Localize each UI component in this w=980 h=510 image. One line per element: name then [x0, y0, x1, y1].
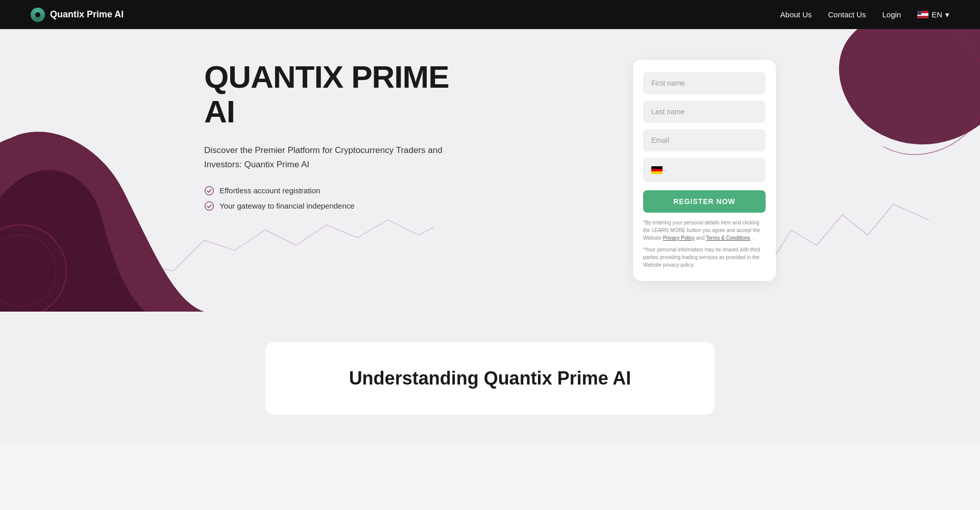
privacy-policy-link[interactable]: Privacy Policy	[663, 235, 695, 241]
registration-form: · REGISTER NOW *By entering your persona…	[633, 60, 776, 281]
navbar-links: About Us Contact Us Login EN ▾	[780, 10, 949, 19]
feature-item-1: Effortless account registration	[204, 186, 470, 196]
understanding-title: Understanding Quantix Prime AI	[296, 368, 684, 389]
hero-section: QUANTIX PRIME AI Discover the Premier Pl…	[0, 29, 980, 312]
understanding-section: Understanding Quantix Prime AI	[0, 312, 980, 445]
hero-left: QUANTIX PRIME AI Discover the Premier Pl…	[204, 60, 470, 211]
svg-point-7	[205, 201, 214, 210]
form-disclaimer-2: *Your personal information may be shared…	[643, 246, 766, 269]
flag-icon	[917, 11, 928, 18]
svg-point-6	[205, 186, 214, 195]
understanding-card: Understanding Quantix Prime AI	[265, 342, 715, 415]
phone-input[interactable]	[670, 166, 759, 174]
phone-field[interactable]: ·	[643, 158, 766, 182]
german-flag-icon	[651, 166, 663, 174]
nav-about[interactable]: About Us	[780, 10, 812, 19]
blob-right-top	[817, 29, 980, 167]
svg-rect-8	[651, 166, 663, 169]
feature-item-2: Your gateway to financial independence	[204, 201, 470, 211]
lang-selector[interactable]: EN ▾	[917, 10, 949, 19]
svg-rect-2	[917, 16, 928, 18]
brand-icon	[31, 8, 45, 22]
hero-subtitle: Discover the Premier Platform for Crypto…	[204, 143, 470, 171]
form-disclaimer-1: *By entering your personal details here …	[643, 219, 766, 242]
brand-icon-inner	[35, 12, 40, 17]
register-button[interactable]: REGISTER NOW	[643, 190, 766, 213]
last-name-input[interactable]	[643, 100, 766, 123]
svg-rect-10	[651, 171, 663, 174]
hero-content: QUANTIX PRIME AI Discover the Premier Pl…	[184, 29, 796, 312]
phone-flag: ·	[651, 166, 667, 174]
chevron-down-icon: ▾	[945, 10, 949, 19]
email-input[interactable]	[643, 129, 766, 151]
hero-title: QUANTIX PRIME AI	[204, 60, 470, 129]
lang-label: EN	[932, 10, 942, 19]
terms-link[interactable]: Terms & Conditions	[706, 235, 750, 241]
brand-logo[interactable]: Quantix Prime AI	[31, 8, 124, 22]
check-icon-1	[204, 186, 214, 196]
brand-name: Quantix Prime AI	[50, 9, 124, 20]
check-icon-2	[204, 201, 214, 211]
first-name-input[interactable]	[643, 72, 766, 94]
svg-rect-3	[917, 11, 921, 15]
nav-login[interactable]: Login	[882, 10, 901, 19]
features-list: Effortless account registration Your gat…	[204, 186, 470, 211]
phone-country-code: ·	[665, 166, 667, 174]
nav-contact[interactable]: Contact Us	[828, 10, 866, 19]
navbar: Quantix Prime AI About Us Contact Us Log…	[0, 0, 980, 29]
svg-rect-9	[651, 169, 663, 171]
